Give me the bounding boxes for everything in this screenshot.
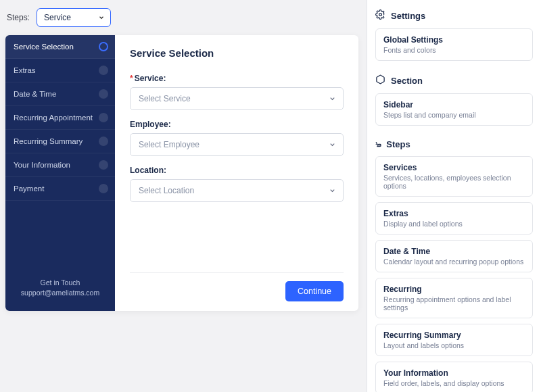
sidebar-item-payment[interactable]: Payment (5, 177, 115, 201)
chevron-down-icon (329, 141, 336, 149)
step-indicator-icon (99, 137, 108, 146)
required-asterisk: * (130, 74, 133, 83)
steps-dropdown[interactable]: Service (37, 8, 111, 27)
card-desc: Calendar layout and recurring popup opti… (383, 258, 525, 266)
card-step-recurring[interactable]: Recurring Recurring appointment options … (375, 278, 533, 318)
card-desc: Recurring appointment options and label … (383, 295, 525, 312)
employee-select[interactable]: Select Employee (130, 133, 344, 156)
step-indicator-icon (99, 66, 108, 75)
continue-button[interactable]: Continue (285, 281, 344, 301)
step-indicator-icon (99, 42, 108, 51)
left-pane: Steps: Service Service Selection Extras (0, 0, 367, 392)
card-title: Date & Time (383, 247, 525, 256)
panel-footer: Continue (130, 272, 344, 301)
sidebar-item-recurring-summary[interactable]: Recurring Summary (5, 130, 115, 153)
location-select[interactable]: Select Location (130, 179, 344, 202)
sidebar-item-label: Date & Time (14, 90, 56, 98)
field-location: Location: Select Location (130, 166, 344, 202)
card-title: Your Information (383, 368, 525, 378)
card-step-extras[interactable]: Extras Display and label options (375, 202, 533, 235)
steps-heading: ¹₂₃ Steps (375, 139, 533, 149)
step-indicator-icon (99, 113, 108, 122)
sidebar-item-label: Recurring Summary (14, 137, 83, 145)
step-indicator-icon (99, 184, 108, 193)
section-icon (375, 74, 385, 87)
card-step-date-time[interactable]: Date & Time Calendar layout and recurrin… (375, 240, 533, 272)
svg-point-0 (379, 14, 382, 16)
get-in-touch-label: Get in Touch (11, 278, 110, 289)
card-desc: Fonts and colors (383, 46, 525, 54)
step-indicator-icon (99, 89, 108, 99)
card-step-recurring-summary[interactable]: Recurring Summary Layout and labels opti… (375, 324, 533, 356)
chevron-down-icon (329, 187, 336, 195)
card-title: Extras (383, 209, 525, 218)
card-global-settings[interactable]: Global Settings Fonts and colors (375, 28, 533, 61)
field-label-service: *Service: (130, 74, 344, 83)
sidebar-item-service-selection[interactable]: Service Selection (5, 35, 115, 59)
sidebar-item-label: Your Information (14, 161, 70, 169)
sidebar-item-label: Service Selection (14, 43, 74, 51)
sidebar-item-recurring-appointment[interactable]: Recurring Appointment (5, 106, 115, 130)
card-desc: Display and label options (383, 220, 525, 228)
sidebar-item-label: Extras (14, 66, 36, 74)
sidebar-list: Service Selection Extras Date & Time Rec… (5, 35, 115, 270)
sidebar-item-date-time[interactable]: Date & Time (5, 82, 115, 106)
chevron-down-icon (98, 14, 105, 21)
field-employee: Employee: Select Employee (130, 120, 344, 156)
field-service: *Service: Select Service (130, 74, 344, 110)
service-select-placeholder: Select Service (139, 94, 191, 103)
card-desc: Services, locations, employees selection… (383, 174, 525, 190)
card-step-services[interactable]: Services Services, locations, employees … (375, 156, 533, 197)
service-select[interactable]: Select Service (130, 87, 344, 110)
steps-icon: ¹₂₃ (375, 141, 381, 148)
panel-title: Service Selection (130, 47, 344, 59)
steps-dropdown-value: Service (44, 13, 71, 22)
field-label-location: Location: (130, 166, 344, 175)
card-sidebar-settings[interactable]: Sidebar Steps list and company email (375, 93, 533, 126)
card-step-your-information[interactable]: Your Information Field order, labels, an… (375, 362, 533, 392)
settings-heading: Settings (375, 9, 533, 22)
sidebar: Service Selection Extras Date & Time Rec… (5, 35, 115, 311)
sidebar-item-label: Payment (14, 185, 44, 193)
sidebar-item-label: Recurring Appointment (14, 114, 93, 122)
booking-card: Service Selection Extras Date & Time Rec… (5, 35, 358, 311)
card-desc: Layout and labels options (383, 341, 525, 349)
section-heading: Section (375, 74, 533, 87)
employee-select-placeholder: Select Employee (139, 140, 199, 149)
location-select-placeholder: Select Location (139, 186, 194, 195)
steps-selector-row: Steps: Service (7, 8, 358, 27)
card-desc: Steps list and company email (383, 111, 525, 119)
card-title: Sidebar (383, 100, 525, 109)
card-title: Services (383, 163, 525, 172)
steps-label: Steps: (7, 13, 30, 22)
card-title: Recurring Summary (383, 330, 525, 340)
right-pane: Settings Global Settings Fonts and color… (367, 0, 541, 392)
field-label-employee: Employee: (130, 120, 344, 129)
step-indicator-icon (99, 160, 108, 170)
main-panel: Service Selection *Service: Select Servi… (115, 35, 358, 311)
sidebar-item-extras[interactable]: Extras (5, 59, 115, 82)
card-title: Recurring (383, 285, 525, 294)
support-email: support@ameliatms.com (11, 288, 110, 299)
gear-icon (375, 9, 385, 22)
card-desc: Field order, labels, and display options (383, 379, 525, 387)
chevron-down-icon (329, 95, 336, 103)
sidebar-item-your-information[interactable]: Your Information (5, 153, 115, 177)
card-title: Global Settings (383, 35, 525, 45)
sidebar-footer: Get in Touch support@ameliatms.com (5, 270, 115, 312)
